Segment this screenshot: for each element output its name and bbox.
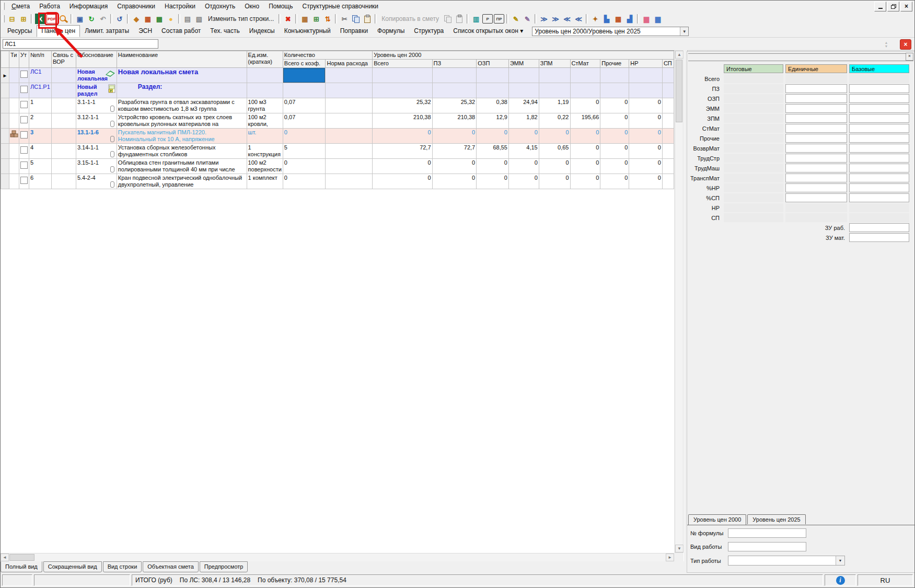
add-work-icon[interactable]: ◆ bbox=[131, 14, 142, 24]
copy-document-alt-icon[interactable] bbox=[454, 14, 465, 24]
price-input[interactable] bbox=[785, 104, 847, 113]
add-machine-icon[interactable]: ▩ bbox=[154, 14, 165, 24]
indent-increase-icon[interactable]: ≫ bbox=[539, 14, 549, 24]
tab-8[interactable]: Конъюнктурный bbox=[280, 25, 335, 37]
price-panel-close-button[interactable]: × bbox=[906, 53, 913, 61]
vertical-scroll-thumb[interactable] bbox=[676, 60, 682, 122]
price-level-combobox[interactable]: Уровень цен 2000/Уровень цен 2025▼ bbox=[532, 27, 689, 36]
price-panel-grip[interactable]: × bbox=[688, 53, 913, 61]
machines-icon[interactable]: ▧ bbox=[194, 14, 204, 24]
menu-item-3[interactable]: Информация bbox=[65, 1, 112, 11]
price-input[interactable] bbox=[849, 114, 909, 123]
row-checkbox[interactable] bbox=[20, 177, 28, 184]
tab-1[interactable]: Ресурсы bbox=[3, 25, 37, 37]
work-row[interactable]: 13.1-1-1Разработка грунта в отвал экскав… bbox=[1, 98, 674, 113]
menu-item-5[interactable]: Настройки bbox=[160, 1, 200, 11]
tree-insert-icon[interactable]: ⊞ bbox=[18, 14, 29, 24]
price-level-tab-1[interactable]: Уровень цен 2000 bbox=[688, 514, 746, 525]
info-icon[interactable]: i bbox=[836, 576, 845, 585]
view-tab-3[interactable]: Вид строки bbox=[103, 561, 142, 572]
work-row[interactable]: 23.12-1-1Устройство кровель скатных из т… bbox=[1, 113, 674, 129]
price-input[interactable] bbox=[849, 124, 909, 133]
edit-formula-clear-icon[interactable]: ✎ bbox=[522, 14, 532, 24]
work-type-select[interactable]: ▼ bbox=[728, 556, 845, 566]
scroll-up-button[interactable]: ▲ bbox=[675, 51, 684, 59]
tab-6[interactable]: Тех. часть bbox=[205, 25, 244, 37]
window-list-tab[interactable]: Список открытых окон ▾ bbox=[448, 25, 528, 37]
estimate-name-input[interactable] bbox=[3, 39, 158, 49]
salary-input[interactable] bbox=[849, 233, 909, 242]
copy-document-icon[interactable] bbox=[443, 14, 453, 24]
close-document-button[interactable]: × bbox=[900, 39, 911, 50]
scroll-right-button[interactable]: ► bbox=[666, 554, 674, 561]
tab-10[interactable]: Формулы bbox=[373, 25, 409, 37]
price-input[interactable] bbox=[849, 164, 909, 172]
price-input[interactable] bbox=[849, 183, 909, 192]
tab-4[interactable]: ЭСН bbox=[134, 25, 157, 37]
menu-item-7[interactable]: Окно bbox=[240, 1, 264, 11]
price-input[interactable] bbox=[785, 134, 847, 143]
menu-item-2[interactable]: Работа bbox=[34, 1, 65, 11]
section-row[interactable]: ЛС1.Р1Новый разделPРаздел: bbox=[1, 83, 674, 98]
row-checkbox[interactable] bbox=[20, 162, 28, 169]
price-input[interactable] bbox=[849, 104, 909, 113]
indent-increase-alt-icon[interactable]: ≫ bbox=[550, 14, 561, 24]
price-pr-icon[interactable]: ПР bbox=[494, 14, 504, 24]
truck-icon[interactable]: ▙ bbox=[601, 14, 612, 24]
tab-5[interactable]: Состав работ bbox=[157, 25, 205, 37]
indent-decrease-icon[interactable]: ≪ bbox=[562, 14, 572, 24]
price-input[interactable] bbox=[785, 84, 847, 93]
resources-icon[interactable]: ✦ bbox=[590, 14, 600, 24]
change-row-type-button[interactable]: Изменить тип строки... bbox=[205, 14, 276, 24]
work-kind-input[interactable] bbox=[728, 542, 806, 551]
price-input[interactable] bbox=[785, 193, 847, 202]
price-input[interactable] bbox=[785, 183, 847, 192]
restore-button[interactable] bbox=[887, 2, 899, 11]
bricks-icon[interactable]: ▦ bbox=[613, 14, 623, 24]
price-input[interactable] bbox=[849, 94, 909, 103]
price-input[interactable] bbox=[785, 114, 847, 123]
pdf-export-icon[interactable]: PDF bbox=[47, 14, 57, 24]
price-input[interactable] bbox=[849, 144, 909, 153]
calculator-icon[interactable]: ▦ bbox=[299, 14, 310, 24]
price-input[interactable] bbox=[785, 144, 847, 153]
copy-icon[interactable] bbox=[351, 14, 361, 24]
save-icon[interactable]: ▣ bbox=[75, 14, 85, 24]
price-input[interactable] bbox=[849, 174, 909, 182]
tab-2[interactable]: Панель цен bbox=[37, 25, 80, 37]
scroll-left-button[interactable]: ◄ bbox=[1, 554, 9, 561]
grid-horizontal-scrollbar[interactable]: ◄ ► bbox=[1, 553, 674, 562]
pink-book-icon[interactable]: ▆ bbox=[641, 14, 652, 24]
add-material-icon[interactable]: ▦ bbox=[143, 14, 153, 24]
row-checkbox[interactable] bbox=[20, 146, 28, 154]
grid-vertical-scrollbar[interactable]: ▲ ▼ bbox=[675, 50, 684, 553]
price-input[interactable] bbox=[785, 164, 847, 172]
update-prices-icon[interactable]: ⇅ bbox=[322, 14, 333, 24]
price-input[interactable] bbox=[849, 193, 909, 202]
work-row[interactable]: 65.4-2-4Кран подвесной электрический одн… bbox=[1, 174, 674, 189]
price-p-icon[interactable]: P bbox=[482, 14, 493, 24]
cut-icon[interactable]: ✂ bbox=[339, 14, 350, 24]
work-row[interactable]: 53.15-1-1Облицовка стен гранитными плита… bbox=[1, 159, 674, 174]
norm-base-book-icon[interactable]: ▥ bbox=[471, 14, 481, 24]
material-row[interactable]: 313.1-1-6Пускатель магнитный ПМЛ-1220. Н… bbox=[1, 129, 674, 144]
row-checkbox[interactable] bbox=[20, 101, 28, 108]
tab-7[interactable]: Индексы bbox=[245, 25, 280, 37]
row-checkbox[interactable] bbox=[20, 116, 28, 123]
close-button[interactable]: × bbox=[900, 2, 912, 11]
price-input[interactable] bbox=[785, 124, 847, 133]
refresh-icon[interactable]: ↻ bbox=[86, 14, 97, 24]
menu-item-8[interactable]: Помощь bbox=[264, 1, 297, 11]
salary-input[interactable] bbox=[849, 223, 909, 232]
view-tab-5[interactable]: Предпросмотр bbox=[200, 561, 248, 572]
excel-export-icon[interactable]: X bbox=[35, 14, 45, 24]
edit-formula-icon[interactable]: ✎ bbox=[511, 14, 521, 24]
equipment-icon[interactable]: ▤ bbox=[182, 14, 193, 24]
undo-icon[interactable]: ↶ bbox=[98, 14, 108, 24]
scroll-down-button[interactable]: ▼ bbox=[675, 545, 684, 552]
add-sheet-icon[interactable]: ⊞ bbox=[311, 14, 321, 24]
menu-item-4[interactable]: Справочники bbox=[112, 1, 160, 11]
formula-number-input[interactable] bbox=[728, 528, 806, 538]
view-tab-1[interactable]: Полный вид bbox=[1, 561, 42, 572]
minimize-button[interactable] bbox=[874, 2, 886, 11]
